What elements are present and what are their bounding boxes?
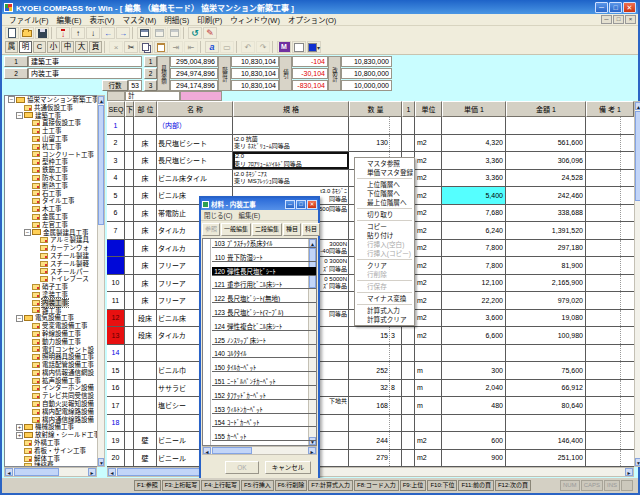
function-key-F12[interactable]: F12:次の頁 bbox=[495, 480, 531, 491]
grid-vertical-scrollbar[interactable]: ▲ ▼ bbox=[634, 101, 640, 467]
scroll-left-icon[interactable]: ◄ bbox=[203, 447, 211, 454]
estimate-amount[interactable]: 295,004,896 bbox=[170, 56, 218, 67]
column-header-qty[interactable]: 数 量 bbox=[349, 101, 402, 117]
context-menu-item-単価マスタ登録[interactable]: 単価マスタ登録 bbox=[355, 168, 414, 177]
menu-file[interactable]: ファイル(F) bbox=[5, 14, 53, 25]
material-list-item[interactable]: 103ﾌﾟﾗｽﾁｯｸ系床ﾀｲﾙ bbox=[203, 239, 316, 253]
sidebar-item-土工事[interactable]: 土工事 bbox=[5, 127, 104, 135]
material-list-item[interactable]: 150ﾀｲﾙｶｰﾍﾟｯﾄ bbox=[203, 363, 316, 377]
tree-horizontal-scrollbar[interactable]: ◄ ► bbox=[4, 467, 97, 477]
window-split-icon[interactable] bbox=[152, 27, 166, 39]
sidebar-item-左官工事[interactable]: 左官工事 bbox=[5, 221, 104, 229]
material-list-item[interactable]: 123長尺塩ﾋﾞｼｰﾄ(ﾏｰﾌﾞﾙ) bbox=[203, 308, 316, 322]
material-list-item[interactable]: 121重歩行用ﾋﾞﾆﾙ床ｼｰﾄ bbox=[203, 280, 316, 294]
dialog-maximize-icon[interactable]: □ bbox=[296, 200, 306, 209]
column-header-spec[interactable]: 規 格 bbox=[233, 101, 349, 117]
level-total[interactable]: 10,830,104 bbox=[231, 56, 279, 67]
estimate-amount[interactable]: 294,174,896 bbox=[170, 80, 218, 91]
column-header-note[interactable]: 備 考 1 bbox=[586, 101, 634, 117]
level-total[interactable]: 10,830,104 bbox=[231, 68, 279, 79]
sidebar-item-内装工事[interactable]: 内装工事 bbox=[5, 299, 104, 307]
context-menu-item-上位階層へ[interactable]: 上位階層へ bbox=[355, 180, 414, 189]
menu-master[interactable]: マスタ(M) bbox=[119, 14, 161, 25]
sidebar-item-自動火災報知設備[interactable]: 自動火災報知設備 bbox=[5, 400, 104, 408]
material-list-item[interactable]: 125ﾉﾝｽﾘｯﾌﾟ床ｼｰﾄ bbox=[203, 336, 316, 350]
table-row[interactable]: 16ササラビ328m2,04066,912 bbox=[107, 380, 634, 398]
material-list-item[interactable]: 120弾性長尺塩ﾋﾞｼｰﾄ bbox=[203, 267, 316, 281]
sidebar-item-塗装工事[interactable]: 塗装工事 bbox=[5, 291, 104, 299]
new-document-icon[interactable] bbox=[5, 27, 19, 39]
dialog-close-icon[interactable]: ✕ bbox=[307, 200, 317, 209]
context-menu-item-計算式クリア[interactable]: 計算式クリア bbox=[355, 315, 414, 324]
sidebar-item-テレビ共同受信設[interactable]: テレビ共同受信設 bbox=[5, 392, 104, 400]
column-header-price[interactable]: 単価 1 bbox=[442, 101, 506, 117]
dialog-menu-close[interactable]: 閉じる(C) bbox=[204, 210, 233, 220]
open-folder-icon[interactable] bbox=[20, 27, 34, 39]
collapse-icon[interactable]: − bbox=[24, 229, 31, 236]
table-row[interactable]: 14 bbox=[107, 345, 634, 363]
scroll-left-icon[interactable]: ◄ bbox=[5, 468, 13, 476]
material-list-item[interactable]: 154ｺｰﾄﾞｶｰﾍﾟｯﾄ bbox=[203, 418, 316, 432]
table-row[interactable]: 2床長尺塩ビシートt2.0 抗菌東リ ﾎｽﾋﾟﾘｭｰﾑ同等品130m24,320… bbox=[107, 135, 634, 153]
table-row[interactable]: 1（内部） bbox=[107, 117, 634, 135]
sidebar-item-断熱工事[interactable]: 断熱工事 bbox=[5, 182, 104, 190]
function-key-F11[interactable]: F11:前の頁 bbox=[458, 480, 494, 491]
column-header-shita[interactable]: 下 bbox=[125, 101, 134, 117]
context-menu-item-マイナス変換[interactable]: マイナス変換 bbox=[355, 294, 414, 303]
function-key-F1[interactable]: F1:参照 bbox=[134, 480, 161, 491]
sidebar-item-構内情報通信網設[interactable]: 構内情報通信網設 bbox=[5, 369, 104, 377]
format-button-明[interactable]: 明 bbox=[19, 41, 32, 53]
paste-icon[interactable] bbox=[154, 41, 168, 53]
material-list-item[interactable]: 151ﾆｰﾄﾞﾙﾊﾟﾝﾁｶｰﾍﾟｯﾄ bbox=[203, 377, 316, 391]
material-list-item[interactable]: 122長尺塩ﾋﾞｼｰﾄ(無地) bbox=[203, 294, 316, 308]
table-row[interactable]: 19壁ビニール244m2600146,400 bbox=[107, 432, 634, 450]
mdi-restore-icon[interactable]: □ bbox=[613, 15, 624, 24]
estimate-amount[interactable]: 294,974,896 bbox=[170, 68, 218, 79]
dialog-title-bar[interactable]: 材料 - 内装工事 ─ □ ✕ bbox=[201, 198, 318, 210]
sidebar-item-硝子工事[interactable]: 硝子工事 bbox=[5, 283, 104, 291]
material-list-item[interactable]: 155ｶｰﾍﾟｯﾄ bbox=[203, 432, 316, 446]
window-single-icon[interactable] bbox=[137, 27, 151, 39]
column-header-name[interactable]: 名 称 bbox=[157, 101, 233, 117]
table-row[interactable]: 13段床タイルカ153m26,600100,980 bbox=[107, 327, 634, 345]
sidebar-item-トイレブース[interactable]: トイレブース bbox=[5, 275, 104, 283]
function-key-F9[interactable]: F9:上位 bbox=[400, 480, 427, 491]
sidebar-item-看板・サイン工事[interactable]: 看板・サイン工事 bbox=[5, 447, 104, 455]
menu-print[interactable]: 印刷(P) bbox=[193, 14, 226, 25]
undo-icon[interactable]: ↶ bbox=[241, 41, 255, 53]
collapse-icon[interactable]: − bbox=[16, 112, 23, 119]
material-list-item[interactable]: 140ｺﾙｸﾀｲﾙ bbox=[203, 349, 316, 363]
sidebar-item-電話配管設備工事[interactable]: 電話配管設備工事 bbox=[5, 361, 104, 369]
move-right-icon[interactable]: → bbox=[116, 27, 130, 39]
context-menu-item-行挿入(コピー)[interactable]: 行挿入(コピー) bbox=[355, 249, 414, 258]
level-total[interactable]: 10,830,104 bbox=[231, 80, 279, 91]
sidebar-item-型枠工事[interactable]: 型枠工事 bbox=[5, 158, 104, 166]
table-row[interactable]: 18 bbox=[107, 415, 634, 433]
save-icon[interactable] bbox=[35, 27, 49, 39]
eraser-icon[interactable]: ▭ bbox=[220, 41, 234, 53]
format-button-中[interactable]: 中 bbox=[61, 41, 74, 53]
scroll-right-icon[interactable]: ► bbox=[88, 468, 96, 476]
format-button-小[interactable]: 小 bbox=[47, 41, 60, 53]
move-left-icon[interactable]: ← bbox=[101, 27, 115, 39]
list-horizontal-scrollbar[interactable]: ◄ ► bbox=[202, 446, 317, 455]
jump-top-icon[interactable]: ↓ bbox=[56, 27, 70, 39]
sidebar-item-照明器具設備工事[interactable]: 照明器具設備工事 bbox=[5, 353, 104, 361]
collapse-icon[interactable]: − bbox=[16, 315, 23, 322]
dialog-button-一般編集[interactable]: 一般編集 bbox=[221, 223, 251, 236]
discount-amount[interactable]: -30,104 bbox=[292, 68, 328, 79]
context-menu-item-下位階層へ[interactable]: 下位階層へ bbox=[355, 189, 414, 198]
material-list-item[interactable]: 153ｳｨﾙﾄﾝｶｰﾍﾟｯﾄ bbox=[203, 405, 316, 419]
sidebar-item-動力設備工事[interactable]: 動力設備工事 bbox=[5, 338, 104, 346]
sidebar-item-杭工事[interactable]: 杭工事 bbox=[5, 143, 104, 151]
material-list-item[interactable]: 110畳下防湿ｼｰﾄ bbox=[203, 253, 316, 267]
context-menu-item-コピー[interactable]: コピー bbox=[355, 222, 414, 231]
close-icon[interactable]: ✕ bbox=[623, 2, 636, 13]
table-row[interactable]: 17塩ビシー下地共168m48080,640 bbox=[107, 397, 634, 415]
column-header-one[interactable]: 1 bbox=[402, 101, 415, 117]
material-list-item[interactable]: 124弾性複合ﾋﾞﾆﾙ床ｼｰﾄ bbox=[203, 322, 316, 336]
context-menu-item-行保存[interactable]: 行保存 bbox=[355, 282, 414, 291]
menu-window[interactable]: ウィンドウ(W) bbox=[226, 14, 284, 25]
cut-icon[interactable]: ✂ bbox=[124, 41, 138, 53]
sidebar-item-幹線設備工事[interactable]: 幹線設備工事 bbox=[5, 330, 104, 338]
